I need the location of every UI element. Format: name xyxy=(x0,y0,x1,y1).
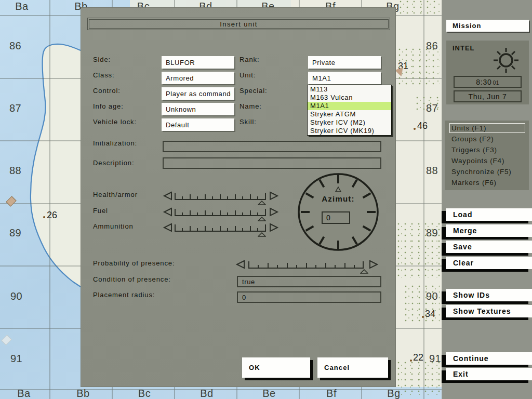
vehicle-lock-label: Vehicle lock: xyxy=(93,118,137,126)
map-row-label: 86 xyxy=(426,40,438,52)
map-row-label: 90 xyxy=(426,290,438,302)
continue-button[interactable]: Continue xyxy=(446,352,532,365)
info-age-combo[interactable]: Unknown xyxy=(162,103,234,115)
vehicle-lock-combo[interactable]: Default xyxy=(162,118,234,131)
unit-dropdown-item[interactable]: Stryker ATGM xyxy=(308,110,391,118)
map-row-label: 87 xyxy=(9,102,21,114)
azimut-value-input[interactable]: 0 xyxy=(322,211,350,224)
editor-sidebar: Mission INTEL 8:3001 Thu, Jun 7 Uni xyxy=(442,0,532,399)
rank-value: Private xyxy=(312,59,378,66)
exit-button[interactable]: Exit xyxy=(446,368,532,380)
condition-input[interactable]: true xyxy=(237,276,381,287)
date-field[interactable]: Thu, Jun 7 xyxy=(454,90,522,102)
unit-dropdown-item[interactable]: Stryker ICV (MK19) xyxy=(308,127,391,135)
health-label: Health/armor xyxy=(93,191,138,198)
fuel-slider-track[interactable] xyxy=(174,208,267,216)
rank-combo[interactable]: Private xyxy=(308,56,381,69)
initialization-input[interactable] xyxy=(163,141,381,152)
ammo-slider-track[interactable] xyxy=(174,223,267,232)
map-col-label: Ba xyxy=(17,388,30,399)
mode-triggers[interactable]: Triggers (F3) xyxy=(451,145,497,155)
mode-waypoints[interactable]: Waypoints (F4) xyxy=(451,156,504,166)
time-field[interactable]: 8:3001 xyxy=(454,76,522,88)
ok-button[interactable]: OK xyxy=(242,357,310,378)
health-slider-thumb[interactable] xyxy=(258,201,266,205)
azimut-dial[interactable]: Azimut: 0 xyxy=(297,172,380,251)
unit-combo[interactable]: M1A1 xyxy=(308,72,381,84)
elevation-dot xyxy=(43,216,45,218)
map-row-label: 86 xyxy=(9,40,21,52)
map-col-label: Ba xyxy=(15,1,28,12)
probability-label: Probability of presence: xyxy=(93,259,175,267)
clear-button[interactable]: Clear xyxy=(446,257,532,269)
probability-slider-track[interactable] xyxy=(248,260,364,269)
probability-slider-right-arrow[interactable] xyxy=(368,260,379,269)
control-combo[interactable]: Player as commander xyxy=(162,87,234,100)
health-slider-right-arrow[interactable] xyxy=(269,191,279,201)
description-input[interactable] xyxy=(163,157,381,169)
ammo-slider-left-arrow[interactable] xyxy=(163,223,173,232)
time-value: 8:30 xyxy=(476,78,491,86)
show-textures-button[interactable]: Show Textures xyxy=(446,305,532,317)
control-label: Control: xyxy=(93,87,121,95)
save-button[interactable]: Save xyxy=(446,241,532,253)
placement-input[interactable]: 0 xyxy=(237,291,381,303)
class-combo[interactable]: Armored xyxy=(162,72,234,84)
placement-value: 0 xyxy=(242,294,246,301)
fuel-slider-right-arrow[interactable] xyxy=(269,207,279,217)
ammo-slider-right-arrow[interactable] xyxy=(269,223,279,232)
azimut-value: 0 xyxy=(326,214,330,222)
side-value: BLUFOR xyxy=(166,59,231,66)
mission-button[interactable]: Mission xyxy=(446,20,529,32)
condition-label: Condition of presence: xyxy=(93,275,171,283)
map-row-label: 90 xyxy=(10,290,22,302)
show-ids-button[interactable]: Show IDs xyxy=(446,289,532,301)
mode-units[interactable]: Units (F1) xyxy=(451,124,486,133)
skill-label: Skill: xyxy=(240,118,257,126)
map-col-label: Bc xyxy=(138,388,151,399)
probability-slider-thumb[interactable] xyxy=(360,269,368,274)
insert-unit-dialog: Insert unit Side: Class: Control: Info a… xyxy=(81,7,396,387)
map-row-label: 88 xyxy=(9,165,21,177)
fuel-slider-left-arrow[interactable] xyxy=(163,207,173,217)
placement-label: Placement radius: xyxy=(93,291,155,299)
class-value: Armored xyxy=(166,74,231,82)
cancel-button[interactable]: Cancel xyxy=(317,357,388,378)
special-label: Special: xyxy=(240,87,267,95)
mode-markers[interactable]: Markers (F6) xyxy=(451,178,497,188)
unit-label: Unit: xyxy=(240,71,256,79)
edit-modes-panel: Units (F1) Groups (F2) Triggers (F3) Way… xyxy=(445,121,529,190)
health-slider-track[interactable] xyxy=(174,192,267,200)
load-button[interactable]: Load xyxy=(446,208,532,221)
elevation-dot xyxy=(414,128,416,130)
health-slider-left-arrow[interactable] xyxy=(163,191,173,201)
map-row-label: 89 xyxy=(9,227,21,239)
seconds-value: 01 xyxy=(493,80,499,86)
probability-slider-left-arrow[interactable] xyxy=(235,260,246,269)
unit-dropdown-item[interactable]: Stryker ICV (M2) xyxy=(308,118,391,127)
unit-dropdown-item[interactable]: M163 Vulcan xyxy=(308,94,391,102)
side-label: Side: xyxy=(93,56,111,63)
vehicle-lock-value: Default xyxy=(166,121,231,129)
ammo-slider-thumb[interactable] xyxy=(258,232,266,237)
description-label: Description: xyxy=(93,159,134,167)
side-combo[interactable]: BLUFOR xyxy=(162,56,234,69)
map-row-label: 88 xyxy=(426,165,438,177)
intel-panel[interactable]: INTEL 8:3001 Thu, Jun 7 xyxy=(446,41,529,104)
mode-groups[interactable]: Groups (F2) xyxy=(451,135,494,144)
elevation-label: 26 xyxy=(47,210,57,221)
unit-dropdown-item[interactable]: M113 xyxy=(308,85,391,94)
unit-value: M1A1 xyxy=(312,74,378,82)
unit-dropdown-item[interactable]: M1A1 xyxy=(308,102,391,110)
initialization-label: Initialization: xyxy=(93,139,137,147)
merge-button[interactable]: Merge xyxy=(446,224,532,237)
condition-value: true xyxy=(242,278,255,286)
info-age-value: Unknown xyxy=(166,105,231,113)
mission-editor-screen: Ba Bb Bc Bd Be Bf Bg Ba Bb Bc Bd Be Bf B… xyxy=(0,0,532,399)
fuel-slider-thumb[interactable] xyxy=(258,217,266,221)
fuel-label: Fuel xyxy=(93,207,108,215)
dialog-title: Insert unit xyxy=(89,19,389,29)
elevation-dot xyxy=(410,360,412,362)
elevation-dot xyxy=(422,316,424,318)
mode-synchronize[interactable]: Synchronize (F5) xyxy=(451,167,512,177)
